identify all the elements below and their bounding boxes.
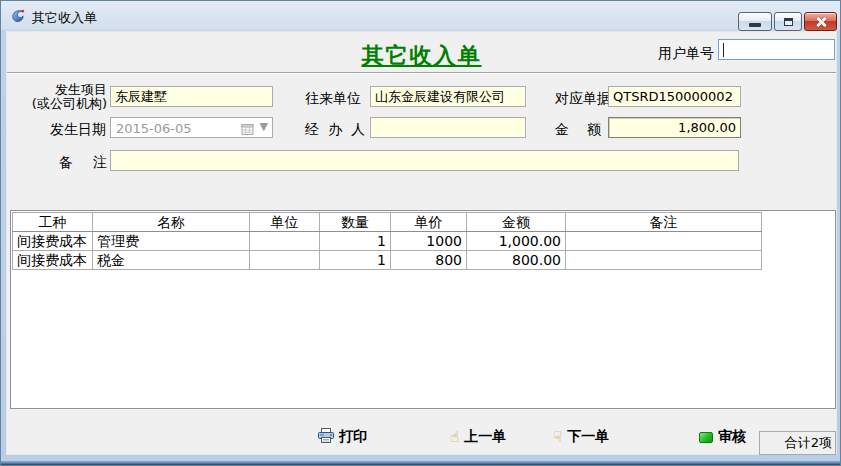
table-cell[interactable] xyxy=(250,232,320,251)
date-label: 发生日期 xyxy=(50,121,106,139)
table-cell[interactable] xyxy=(566,232,762,251)
project-label: 发生项目 (或公司机构) xyxy=(15,83,107,111)
amount-label: 金 额 xyxy=(555,121,601,139)
restore-button[interactable] xyxy=(774,12,802,31)
items-grid: 工种名称单位数量单价金额备注间接费成本管理费110001,000.00间接费成本… xyxy=(12,212,762,270)
handler-input[interactable] xyxy=(370,117,526,138)
minimize-icon xyxy=(749,23,761,27)
items-table-panel: 工种名称单位数量单价金额备注间接费成本管理费110001,000.00间接费成本… xyxy=(10,210,836,409)
audit-label: 审核 xyxy=(718,428,746,446)
table-cell[interactable]: 1,000.00 xyxy=(467,232,566,251)
refdoc-input[interactable] xyxy=(608,86,741,107)
table-cell[interactable]: 间接费成本 xyxy=(13,251,93,270)
titlebar[interactable]: 其它收入单 xyxy=(1,1,840,31)
table-row[interactable]: 间接费成本税金1800800.00 xyxy=(13,251,762,270)
table-header-cell[interactable]: 单位 xyxy=(250,213,320,232)
close-button[interactable] xyxy=(804,12,837,31)
handler-label: 经 办 人 xyxy=(305,121,365,139)
table-header-cell[interactable]: 金额 xyxy=(467,213,566,232)
green-square-icon xyxy=(699,432,713,443)
hand-up-icon: ☝ xyxy=(450,430,459,445)
amount-input[interactable] xyxy=(608,117,741,138)
next-label: 下一单 xyxy=(567,428,609,446)
minimize-button[interactable] xyxy=(738,12,772,31)
previous-label: 上一单 xyxy=(464,428,506,446)
user-no-label: 用户单号 xyxy=(658,45,714,63)
table-cell[interactable]: 税金 xyxy=(93,251,250,270)
next-button[interactable]: ☟ 下一单 xyxy=(553,428,609,446)
table-cell[interactable]: 1 xyxy=(320,232,391,251)
table-cell[interactable]: 管理费 xyxy=(93,232,250,251)
table-cell[interactable] xyxy=(566,251,762,270)
window-title: 其它收入单 xyxy=(32,9,97,27)
table-cell[interactable]: 1000 xyxy=(391,232,467,251)
project-input[interactable] xyxy=(110,86,273,107)
restore-icon xyxy=(784,18,793,26)
window: 其它收入单 其它收入单 用户单号 发生项目 (或公司机构) 往来单位 对应单据 … xyxy=(0,0,841,466)
remark-label: 备 注 xyxy=(59,154,107,172)
header-divider xyxy=(7,72,836,74)
printer-icon xyxy=(318,428,334,446)
table-cell[interactable]: 1 xyxy=(320,251,391,270)
date-input[interactable]: 2015-06-05 ▼ xyxy=(110,117,273,138)
app-logo-icon xyxy=(10,8,26,24)
print-label: 打印 xyxy=(339,428,367,446)
print-button[interactable]: 打印 xyxy=(318,428,367,446)
table-cell[interactable] xyxy=(250,251,320,270)
chevron-down-icon[interactable]: ▼ xyxy=(260,120,268,133)
calendar-icon xyxy=(241,121,254,140)
window-bottom-border xyxy=(1,461,840,465)
table-cell[interactable]: 间接费成本 xyxy=(13,232,93,251)
table-header-cell[interactable]: 数量 xyxy=(320,213,391,232)
table-cell[interactable]: 800.00 xyxy=(467,251,566,270)
audit-button[interactable]: 审核 xyxy=(699,428,746,446)
table-header-cell[interactable]: 备注 xyxy=(566,213,762,232)
hand-down-icon: ☟ xyxy=(553,430,562,445)
table-cell[interactable]: 800 xyxy=(391,251,467,270)
table-row[interactable]: 间接费成本管理费110001,000.00 xyxy=(13,232,762,251)
table-header-cell[interactable]: 名称 xyxy=(93,213,250,232)
table-header-cell[interactable]: 单价 xyxy=(391,213,467,232)
close-icon xyxy=(815,16,827,28)
footer-bar: 打印 ☝ 上一单 ☟ 下一单 审核 合计2项 xyxy=(7,409,836,456)
total-count-cell: 合计2项 xyxy=(759,431,836,455)
counterparty-input[interactable] xyxy=(370,86,526,107)
content-area: 其它收入单 用户单号 发生项目 (或公司机构) 往来单位 对应单据 发生日期 2… xyxy=(6,31,837,455)
remark-input[interactable] xyxy=(110,150,739,171)
user-no-input[interactable] xyxy=(718,39,835,60)
table-header-cell[interactable]: 工种 xyxy=(13,213,93,232)
previous-button[interactable]: ☝ 上一单 xyxy=(450,428,506,446)
refdoc-label: 对应单据 xyxy=(555,90,611,108)
date-value: 2015-06-05 xyxy=(116,121,192,136)
text-caret xyxy=(723,43,724,57)
counterparty-label: 往来单位 xyxy=(305,90,361,108)
